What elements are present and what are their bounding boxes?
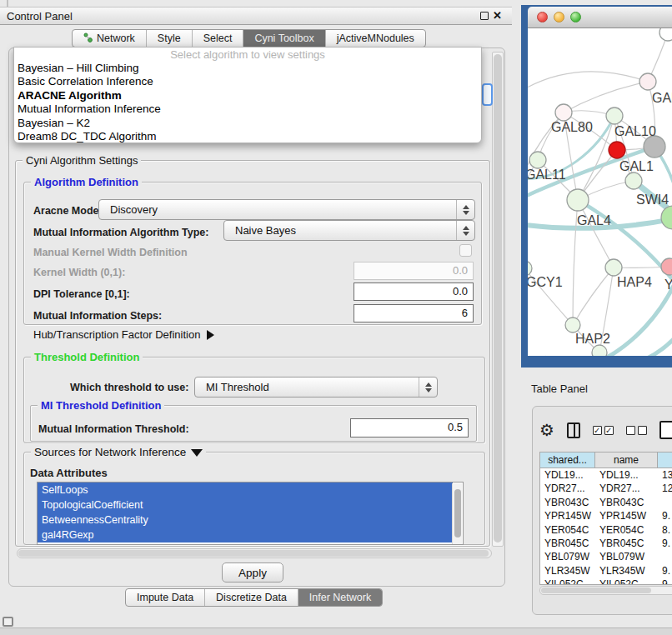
network-canvas[interactable]: GALGAL80GAL10GAL1GAL11SWI4GAL4GCY1HAP4YH… — [528, 28, 672, 356]
expander-expanded-icon[interactable] — [191, 449, 203, 457]
network-node-gal10[interactable] — [606, 108, 623, 124]
table-cell: YBL079W — [595, 550, 658, 563]
column-header-shared[interactable]: shared... — [540, 452, 595, 468]
network-node-hap2[interactable] — [565, 318, 580, 332]
table-cell: YLR345W — [595, 564, 658, 578]
attribute-item[interactable]: BetweennessCentrality — [38, 512, 453, 528]
tab-style[interactable]: Style — [147, 30, 193, 47]
manual-kernel-checkbox[interactable] — [459, 244, 472, 257]
expander-collapsed-icon[interactable] — [207, 330, 214, 340]
table-row[interactable]: YIL052CYIL052C9 — [540, 578, 672, 585]
table-row[interactable]: YLR345WYLR345W9. — [540, 564, 672, 578]
close-icon[interactable]: ✕ — [493, 10, 502, 22]
panel-toggle-icon[interactable] — [3, 617, 13, 627]
aracne-mode-value: Discovery — [110, 203, 158, 216]
network-node-gal1[interactable] — [609, 142, 625, 158]
network-node-y[interactable] — [661, 258, 672, 275]
network-node[interactable] — [644, 136, 665, 158]
table-row[interactable]: YPR145WYPR145W9. — [540, 509, 672, 522]
settings-vertical-scrollbar-thumb[interactable] — [494, 54, 502, 542]
table-row[interactable]: YDR27...YDR27...12 — [540, 482, 672, 495]
dpi-tolerance-field[interactable]: 0.0 — [354, 282, 474, 301]
close-traffic-light-icon[interactable] — [537, 12, 548, 22]
table-row[interactable]: YBL079WYBL079W — [540, 550, 672, 563]
settings-vertical-scrollbar[interactable] — [492, 52, 504, 547]
which-threshold-combobox[interactable]: MI Threshold — [194, 377, 438, 398]
settings-horizontal-scrollbar-thumb[interactable] — [18, 550, 489, 557]
column-layout-icon[interactable] — [567, 422, 580, 438]
attr-list-scrollbar[interactable] — [452, 483, 462, 545]
tab-jactivemnodules[interactable]: jActiveMNodules — [326, 30, 425, 47]
mi-steps-field[interactable]: 6 — [354, 304, 474, 322]
network-node[interactable] — [661, 206, 672, 229]
table-cell — [658, 550, 672, 563]
network-node[interactable] — [592, 345, 607, 356]
mi-threshold-field[interactable]: 0.5 — [350, 418, 469, 438]
table-cell: YER054C — [540, 523, 595, 537]
combo-stepper-icon[interactable] — [456, 200, 474, 219]
algorithm-option[interactable]: Mutual Information Inference — [14, 102, 481, 116]
network-node[interactable] — [659, 28, 672, 41]
table-horizontal-scrollbar-thumb[interactable] — [541, 588, 651, 593]
tab-select[interactable]: Select — [193, 30, 244, 47]
attribute-item[interactable]: SelfLoops — [38, 482, 453, 498]
combo-stepper-icon[interactable] — [419, 378, 437, 397]
tab-infer-network[interactable]: Infer Network — [298, 589, 382, 606]
network-node-gal4[interactable] — [567, 189, 589, 211]
mi-type-label: Mutual Information Algorithm Type: — [33, 227, 208, 238]
network-graph: GALGAL80GAL10GAL1GAL11SWI4GAL4GCY1HAP4YH… — [528, 28, 672, 356]
algorithm-option[interactable]: Bayesian – Hill Climbing — [14, 62, 481, 75]
network-node-gal80[interactable] — [555, 104, 572, 121]
inference-algorithm-combo-fragment[interactable] — [482, 83, 493, 106]
table-row[interactable]: YDL19...YDL19...13 — [540, 468, 672, 482]
column-header-name[interactable]: name — [595, 452, 658, 468]
algorithm-option[interactable]: Bayesian – K2 — [14, 117, 481, 130]
function-builder-icon[interactable] — [659, 421, 672, 439]
network-view-window[interactable]: GALGAL80GAL10GAL1GAL11SWI4GAL4GCY1HAP4YH… — [521, 5, 672, 368]
network-node-hap4[interactable] — [605, 259, 622, 276]
kernel-width-field[interactable]: 0.0 — [354, 262, 474, 280]
hub-factor-expander[interactable]: Hub/Transcription Factor Definition — [33, 328, 214, 341]
table-row[interactable]: YER054CYER054C8. — [540, 523, 672, 537]
column-header-a[interactable]: A — [658, 452, 672, 468]
network-node-gal[interactable] — [639, 73, 656, 90]
apply-button[interactable]: Apply — [222, 562, 283, 582]
tab-discretize-data[interactable]: Discretize Data — [205, 589, 298, 606]
table-panel: ⚙ ✓✓ shared...nameAYDL19...YDL19...13YDR… — [532, 406, 672, 615]
minimize-traffic-light-icon[interactable] — [554, 12, 564, 22]
settings-horizontal-scrollbar[interactable] — [17, 548, 492, 558]
algorithm-option[interactable]: Dream8 DC_TDC Algorithm — [14, 130, 481, 143]
table-row[interactable]: YBR045CYBR045C9. — [540, 537, 672, 550]
node-label-gal10: GAL10 — [614, 124, 656, 138]
mi-steps-label: Mutual Information Steps: — [33, 310, 162, 322]
gear-icon[interactable]: ⚙ — [539, 422, 554, 438]
network-node-swi4[interactable] — [625, 172, 642, 189]
attr-list-scrollbar-thumb[interactable] — [454, 489, 461, 538]
table-cell: YPR145W — [540, 509, 595, 522]
data-attributes-list[interactable]: SelfLoopsTopologicalCoefficientBetweenne… — [37, 482, 464, 545]
tab-network[interactable]: Network — [73, 30, 147, 47]
window-bottom-edge — [0, 628, 672, 635]
zoom-traffic-light-icon[interactable] — [570, 12, 581, 22]
algorithm-option[interactable]: Basic Correlation Inference — [14, 75, 481, 88]
deselect-all-columns-icon[interactable] — [626, 426, 647, 435]
table-row[interactable]: YBR043CYBR043C — [540, 496, 672, 509]
network-window-titlebar[interactable] — [528, 7, 672, 28]
mi-type-combobox[interactable]: Naive Bayes — [223, 220, 475, 241]
attribute-item[interactable]: gal4RGexp — [38, 528, 453, 542]
network-node-gal11[interactable] — [529, 152, 546, 168]
attribute-item[interactable]: TopologicalCoefficient — [38, 498, 453, 512]
select-all-columns-icon[interactable]: ✓✓ — [593, 426, 614, 435]
aracne-mode-combobox[interactable]: Discovery — [98, 199, 475, 220]
network-node-gcy1[interactable] — [528, 261, 532, 276]
algorithm-option[interactable]: ARACNE Algorithm — [14, 89, 481, 102]
tab-cyni-toolbox[interactable]: Cyni Toolbox — [243, 30, 325, 47]
node-attribute-table[interactable]: shared...nameAYDL19...YDL19...13YDR27...… — [539, 452, 672, 585]
tab-impute-data[interactable]: Impute Data — [126, 589, 205, 606]
float-window-icon[interactable] — [480, 12, 489, 20]
combo-stepper-icon[interactable] — [456, 221, 474, 240]
table-panel-toolbar: ⚙ ✓✓ — [539, 415, 672, 445]
table-cell: 8. — [658, 523, 672, 537]
table-horizontal-scrollbar[interactable] — [539, 586, 672, 595]
table-cell: YIL052C — [595, 578, 658, 585]
